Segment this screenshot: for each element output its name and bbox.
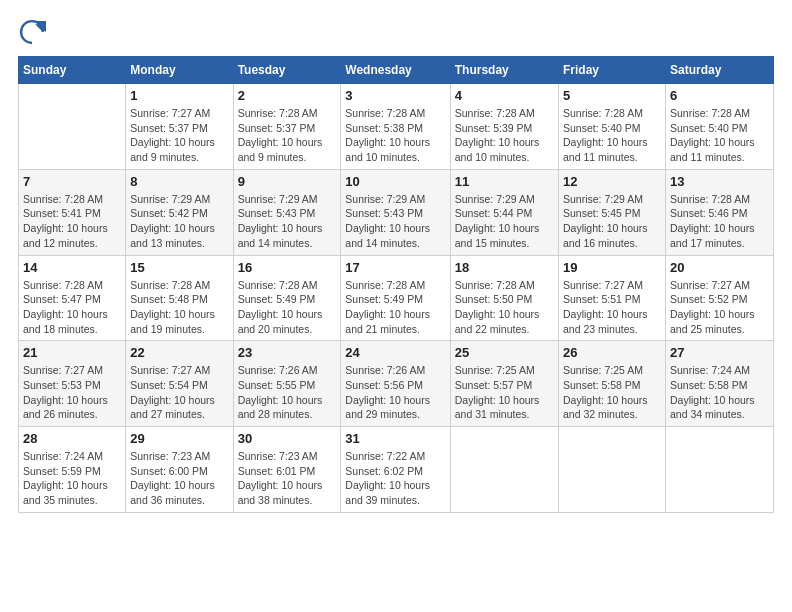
calendar-cell: 11Sunrise: 7:29 AM Sunset: 5:44 PM Dayli… [450, 169, 558, 255]
calendar-cell: 10Sunrise: 7:29 AM Sunset: 5:43 PM Dayli… [341, 169, 450, 255]
calendar-cell [19, 84, 126, 170]
calendar-cell: 18Sunrise: 7:28 AM Sunset: 5:50 PM Dayli… [450, 255, 558, 341]
calendar-cell: 16Sunrise: 7:28 AM Sunset: 5:49 PM Dayli… [233, 255, 341, 341]
week-row-5: 28Sunrise: 7:24 AM Sunset: 5:59 PM Dayli… [19, 427, 774, 513]
logo [18, 18, 50, 46]
calendar-cell: 31Sunrise: 7:22 AM Sunset: 6:02 PM Dayli… [341, 427, 450, 513]
day-number: 22 [130, 345, 228, 360]
calendar-cell: 4Sunrise: 7:28 AM Sunset: 5:39 PM Daylig… [450, 84, 558, 170]
day-info: Sunrise: 7:27 AM Sunset: 5:52 PM Dayligh… [670, 278, 769, 337]
day-number: 23 [238, 345, 337, 360]
day-number: 30 [238, 431, 337, 446]
day-number: 18 [455, 260, 554, 275]
day-number: 3 [345, 88, 445, 103]
day-number: 10 [345, 174, 445, 189]
day-info: Sunrise: 7:27 AM Sunset: 5:51 PM Dayligh… [563, 278, 661, 337]
day-info: Sunrise: 7:27 AM Sunset: 5:54 PM Dayligh… [130, 363, 228, 422]
day-info: Sunrise: 7:24 AM Sunset: 5:59 PM Dayligh… [23, 449, 121, 508]
page: SundayMondayTuesdayWednesdayThursdayFrid… [0, 0, 792, 612]
day-number: 29 [130, 431, 228, 446]
calendar-cell: 6Sunrise: 7:28 AM Sunset: 5:40 PM Daylig… [665, 84, 773, 170]
day-number: 19 [563, 260, 661, 275]
calendar-cell: 7Sunrise: 7:28 AM Sunset: 5:41 PM Daylig… [19, 169, 126, 255]
calendar-cell: 24Sunrise: 7:26 AM Sunset: 5:56 PM Dayli… [341, 341, 450, 427]
day-info: Sunrise: 7:28 AM Sunset: 5:46 PM Dayligh… [670, 192, 769, 251]
day-info: Sunrise: 7:28 AM Sunset: 5:49 PM Dayligh… [345, 278, 445, 337]
day-number: 6 [670, 88, 769, 103]
calendar-cell: 25Sunrise: 7:25 AM Sunset: 5:57 PM Dayli… [450, 341, 558, 427]
calendar-cell: 15Sunrise: 7:28 AM Sunset: 5:48 PM Dayli… [126, 255, 233, 341]
day-info: Sunrise: 7:28 AM Sunset: 5:38 PM Dayligh… [345, 106, 445, 165]
day-number: 14 [23, 260, 121, 275]
day-info: Sunrise: 7:26 AM Sunset: 5:55 PM Dayligh… [238, 363, 337, 422]
day-info: Sunrise: 7:29 AM Sunset: 5:43 PM Dayligh… [345, 192, 445, 251]
calendar-cell: 13Sunrise: 7:28 AM Sunset: 5:46 PM Dayli… [665, 169, 773, 255]
day-info: Sunrise: 7:25 AM Sunset: 5:57 PM Dayligh… [455, 363, 554, 422]
calendar-cell: 17Sunrise: 7:28 AM Sunset: 5:49 PM Dayli… [341, 255, 450, 341]
day-info: Sunrise: 7:25 AM Sunset: 5:58 PM Dayligh… [563, 363, 661, 422]
day-info: Sunrise: 7:28 AM Sunset: 5:49 PM Dayligh… [238, 278, 337, 337]
calendar-cell: 22Sunrise: 7:27 AM Sunset: 5:54 PM Dayli… [126, 341, 233, 427]
day-number: 27 [670, 345, 769, 360]
calendar-cell: 30Sunrise: 7:23 AM Sunset: 6:01 PM Dayli… [233, 427, 341, 513]
calendar-cell: 19Sunrise: 7:27 AM Sunset: 5:51 PM Dayli… [558, 255, 665, 341]
calendar-cell: 23Sunrise: 7:26 AM Sunset: 5:55 PM Dayli… [233, 341, 341, 427]
calendar-cell [450, 427, 558, 513]
calendar-table: SundayMondayTuesdayWednesdayThursdayFrid… [18, 56, 774, 513]
day-number: 31 [345, 431, 445, 446]
header-day-saturday: Saturday [665, 57, 773, 84]
day-number: 26 [563, 345, 661, 360]
header-day-monday: Monday [126, 57, 233, 84]
day-number: 5 [563, 88, 661, 103]
day-number: 9 [238, 174, 337, 189]
day-info: Sunrise: 7:29 AM Sunset: 5:42 PM Dayligh… [130, 192, 228, 251]
day-info: Sunrise: 7:27 AM Sunset: 5:53 PM Dayligh… [23, 363, 121, 422]
day-number: 24 [345, 345, 445, 360]
calendar-cell [665, 427, 773, 513]
calendar-cell: 21Sunrise: 7:27 AM Sunset: 5:53 PM Dayli… [19, 341, 126, 427]
day-number: 16 [238, 260, 337, 275]
day-info: Sunrise: 7:28 AM Sunset: 5:47 PM Dayligh… [23, 278, 121, 337]
day-number: 20 [670, 260, 769, 275]
calendar-cell: 2Sunrise: 7:28 AM Sunset: 5:37 PM Daylig… [233, 84, 341, 170]
day-number: 25 [455, 345, 554, 360]
day-info: Sunrise: 7:28 AM Sunset: 5:48 PM Dayligh… [130, 278, 228, 337]
header [18, 18, 774, 46]
calendar-cell: 3Sunrise: 7:28 AM Sunset: 5:38 PM Daylig… [341, 84, 450, 170]
calendar-cell: 28Sunrise: 7:24 AM Sunset: 5:59 PM Dayli… [19, 427, 126, 513]
calendar-cell: 20Sunrise: 7:27 AM Sunset: 5:52 PM Dayli… [665, 255, 773, 341]
day-number: 11 [455, 174, 554, 189]
calendar-cell: 9Sunrise: 7:29 AM Sunset: 5:43 PM Daylig… [233, 169, 341, 255]
day-info: Sunrise: 7:28 AM Sunset: 5:37 PM Dayligh… [238, 106, 337, 165]
day-number: 13 [670, 174, 769, 189]
calendar-cell: 5Sunrise: 7:28 AM Sunset: 5:40 PM Daylig… [558, 84, 665, 170]
header-day-thursday: Thursday [450, 57, 558, 84]
calendar-cell: 27Sunrise: 7:24 AM Sunset: 5:58 PM Dayli… [665, 341, 773, 427]
day-info: Sunrise: 7:28 AM Sunset: 5:41 PM Dayligh… [23, 192, 121, 251]
day-number: 1 [130, 88, 228, 103]
day-number: 2 [238, 88, 337, 103]
calendar-cell: 29Sunrise: 7:23 AM Sunset: 6:00 PM Dayli… [126, 427, 233, 513]
day-number: 28 [23, 431, 121, 446]
week-row-1: 1Sunrise: 7:27 AM Sunset: 5:37 PM Daylig… [19, 84, 774, 170]
day-number: 15 [130, 260, 228, 275]
calendar-cell [558, 427, 665, 513]
header-row: SundayMondayTuesdayWednesdayThursdayFrid… [19, 57, 774, 84]
calendar-cell: 14Sunrise: 7:28 AM Sunset: 5:47 PM Dayli… [19, 255, 126, 341]
day-info: Sunrise: 7:26 AM Sunset: 5:56 PM Dayligh… [345, 363, 445, 422]
day-info: Sunrise: 7:23 AM Sunset: 6:00 PM Dayligh… [130, 449, 228, 508]
day-info: Sunrise: 7:22 AM Sunset: 6:02 PM Dayligh… [345, 449, 445, 508]
day-info: Sunrise: 7:28 AM Sunset: 5:40 PM Dayligh… [670, 106, 769, 165]
calendar-cell: 1Sunrise: 7:27 AM Sunset: 5:37 PM Daylig… [126, 84, 233, 170]
day-info: Sunrise: 7:28 AM Sunset: 5:39 PM Dayligh… [455, 106, 554, 165]
header-day-tuesday: Tuesday [233, 57, 341, 84]
week-row-2: 7Sunrise: 7:28 AM Sunset: 5:41 PM Daylig… [19, 169, 774, 255]
day-info: Sunrise: 7:23 AM Sunset: 6:01 PM Dayligh… [238, 449, 337, 508]
day-number: 21 [23, 345, 121, 360]
logo-icon [18, 18, 46, 46]
day-number: 7 [23, 174, 121, 189]
calendar-cell: 26Sunrise: 7:25 AM Sunset: 5:58 PM Dayli… [558, 341, 665, 427]
week-row-4: 21Sunrise: 7:27 AM Sunset: 5:53 PM Dayli… [19, 341, 774, 427]
header-day-sunday: Sunday [19, 57, 126, 84]
day-info: Sunrise: 7:24 AM Sunset: 5:58 PM Dayligh… [670, 363, 769, 422]
